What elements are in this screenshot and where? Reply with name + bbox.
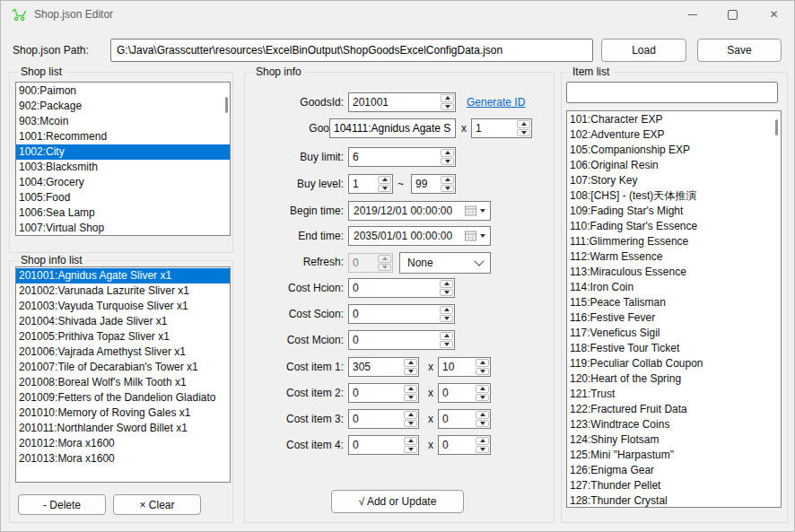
item-list-item[interactable]: 120:Heart of the Spring bbox=[567, 371, 781, 387]
goods-input[interactable] bbox=[329, 118, 456, 138]
delete-button[interactable]: - Delete bbox=[18, 494, 106, 515]
buy-level-min-spinner[interactable]: 1 bbox=[348, 174, 393, 194]
spinner-arrows-icon[interactable] bbox=[440, 148, 455, 166]
spinner-arrows-icon[interactable] bbox=[440, 175, 455, 193]
shop-info-list-item[interactable]: 201003:Vayuda Turquoise Sliver x1 bbox=[16, 299, 230, 314]
item-list-scrollbar[interactable] bbox=[775, 119, 778, 135]
calendar-icon bbox=[465, 231, 476, 241]
goods-count-spinner[interactable]: 1 bbox=[471, 118, 532, 138]
shop-info-list-item[interactable]: 201002:Varunada Lazurite Sliver x1 bbox=[16, 283, 230, 299]
spinner-arrows-icon[interactable] bbox=[439, 331, 454, 349]
item-list-item[interactable]: 126:Enigma Gear bbox=[567, 463, 781, 478]
cost-hcion-spinner[interactable]: 0 bbox=[348, 278, 455, 298]
cost-item-4-count-spinner[interactable]: 0 bbox=[438, 435, 491, 455]
shop-list-item[interactable]: 900:Paimon bbox=[16, 83, 230, 99]
spinner-arrows-icon[interactable] bbox=[439, 305, 454, 323]
shop-list-item[interactable]: 1007:Virtual Shop bbox=[16, 221, 230, 236]
goodsid-spinner[interactable]: 201001 bbox=[348, 92, 456, 112]
shop-info-list-item[interactable]: 201010:Memory of Roving Gales x1 bbox=[16, 406, 230, 421]
generate-id-link[interactable]: Generate ID bbox=[467, 92, 525, 112]
shop-list-item[interactable]: 903:Mcoin bbox=[16, 114, 230, 129]
item-list-item[interactable]: 101:Character EXP bbox=[567, 112, 781, 127]
cost-mcion-spinner[interactable]: 0 bbox=[348, 330, 455, 350]
shop-list-item[interactable]: 1005:Food bbox=[16, 190, 230, 205]
item-list-item[interactable]: 116:Festive Fever bbox=[567, 310, 781, 326]
shop-info-list-item[interactable]: 201007:Tile of Decarabian's Tower x1 bbox=[16, 360, 230, 375]
item-list-item[interactable]: 111:Glimmering Essence bbox=[567, 234, 781, 249]
cost-item-1-count-spinner[interactable]: 10 bbox=[438, 357, 491, 377]
cost-scion-spinner[interactable]: 0 bbox=[348, 304, 455, 324]
close-button[interactable]: ✕ bbox=[754, 0, 794, 29]
item-list-item[interactable]: 121:Trust bbox=[567, 387, 781, 402]
buy-level-max-spinner[interactable]: 99 bbox=[411, 174, 456, 194]
cost-item-3-id-spinner[interactable]: 0 bbox=[348, 409, 419, 429]
spinner-arrows-icon[interactable] bbox=[403, 384, 418, 402]
begin-time-picker[interactable]: 2019/12/01 00:00:00 bbox=[348, 201, 491, 221]
shop-info-list-item[interactable]: 201001:Agnidus Agate Sliver x1 bbox=[16, 268, 230, 283]
cost-item-3-count-spinner[interactable]: 0 bbox=[438, 409, 491, 429]
item-list-item[interactable]: 112:Warm Essence bbox=[567, 249, 781, 265]
spinner-arrows-icon[interactable] bbox=[403, 358, 418, 376]
item-list-item[interactable]: 106:Original Resin bbox=[567, 158, 781, 173]
end-time-picker[interactable]: 2035/01/01 00:00:00 bbox=[348, 226, 491, 246]
spinner-arrows-icon[interactable] bbox=[475, 410, 490, 428]
spinner-arrows-icon[interactable] bbox=[377, 175, 392, 193]
shop-list-item[interactable]: 902:Package bbox=[16, 99, 230, 114]
item-list-item[interactable]: 107:Story Key bbox=[567, 173, 781, 188]
maximize-button[interactable] bbox=[712, 0, 753, 29]
shop-list-scrollbar[interactable] bbox=[225, 97, 228, 113]
shop-info-list-item[interactable]: 201006:Vajrada Amethyst Sliver x1 bbox=[16, 344, 230, 360]
item-search-input[interactable] bbox=[566, 82, 778, 103]
item-list-item[interactable]: 127:Thunder Pellet bbox=[567, 478, 781, 493]
add-or-update-button[interactable]: √ Add or Update bbox=[331, 490, 464, 513]
item-list-item[interactable]: 114:Iron Coin bbox=[567, 280, 781, 295]
buy-limit-spinner[interactable]: 6 bbox=[348, 147, 456, 167]
load-button[interactable]: Load bbox=[601, 39, 686, 62]
cost-item-1-id-spinner[interactable]: 305 bbox=[348, 357, 419, 377]
cost-item-2-count-spinner[interactable]: 0 bbox=[438, 383, 491, 403]
item-list-item[interactable]: 128:Thunder Crystal bbox=[567, 493, 781, 508]
shop-info-list-item[interactable]: 201004:Shivada Jade Sliver x1 bbox=[16, 314, 230, 329]
item-list-item[interactable]: 124:Shiny Flotsam bbox=[567, 432, 781, 448]
item-list-item[interactable]: 118:Festive Tour Ticket bbox=[567, 341, 781, 356]
spinner-arrows-icon[interactable] bbox=[403, 410, 418, 428]
clear-button[interactable]: × Clear bbox=[113, 494, 201, 515]
shop-list-item[interactable]: 1002:City bbox=[16, 144, 230, 160]
shop-info-list-item[interactable]: 201008:Boreal Wolf's Milk Tooth x1 bbox=[16, 375, 230, 390]
shop-list-item[interactable]: 1001:Recommend bbox=[16, 129, 230, 144]
shop-info-list-item[interactable]: 201013:Mora x1600 bbox=[16, 451, 230, 467]
spinner-arrows-icon[interactable] bbox=[475, 436, 490, 454]
item-list-item[interactable]: 123:Windtrace Coins bbox=[567, 417, 781, 432]
cost-item-4-id-spinner[interactable]: 0 bbox=[348, 435, 419, 455]
spinner-arrows-icon[interactable] bbox=[439, 279, 454, 297]
refresh-mode-dropdown[interactable]: None bbox=[399, 252, 491, 274]
item-list-item[interactable]: 109:Fading Star's Might bbox=[567, 204, 781, 219]
item-list-item[interactable]: 113:Miraculous Essence bbox=[567, 265, 781, 280]
path-input[interactable] bbox=[110, 39, 593, 62]
shop-list-item[interactable]: 1004:Grocery bbox=[16, 175, 230, 190]
item-list-item[interactable]: 117:Veneficus Sigil bbox=[567, 326, 781, 341]
minimize-button[interactable] bbox=[672, 0, 712, 29]
shop-info-list-item[interactable]: 201009:Fetters of the Dandelion Gladiato bbox=[16, 390, 230, 406]
shop-info-list-item[interactable]: 201012:Mora x1600 bbox=[16, 436, 230, 451]
item-list-item[interactable]: 119:Peculiar Collab Coupon bbox=[567, 356, 781, 371]
item-list-item[interactable]: 108:[CHS] - (test)天体推演 bbox=[567, 188, 781, 204]
item-list-item[interactable]: 115:Peace Talisman bbox=[567, 295, 781, 310]
save-button[interactable]: Save bbox=[697, 39, 782, 62]
cost-item-2-id-spinner[interactable]: 0 bbox=[348, 383, 419, 403]
item-list-item[interactable]: 110:Fading Star's Essence bbox=[567, 219, 781, 234]
shop-info-list-item[interactable]: 201011:Northlander Sword Billet x1 bbox=[16, 421, 230, 436]
spinner-arrows-icon[interactable] bbox=[516, 119, 531, 137]
spinner-arrows-icon[interactable] bbox=[475, 358, 490, 376]
item-list-item[interactable]: 105:Companionship EXP bbox=[567, 143, 781, 158]
item-list-item[interactable]: 102:Adventure EXP bbox=[567, 127, 781, 143]
shop-list-item[interactable]: 1006:Sea Lamp bbox=[16, 205, 230, 221]
shop-info-list-item[interactable]: 201005:Prithiva Topaz Sliver x1 bbox=[16, 329, 230, 344]
buy-level-max-value: 99 bbox=[412, 175, 440, 193]
spinner-arrows-icon[interactable] bbox=[475, 384, 490, 402]
spinner-arrows-icon[interactable] bbox=[403, 436, 418, 454]
item-list-item[interactable]: 125:Mini "Harpastum" bbox=[567, 448, 781, 463]
shop-list-item[interactable]: 1003:Blacksmith bbox=[16, 160, 230, 175]
spinner-arrows-icon[interactable] bbox=[440, 93, 455, 111]
item-list-item[interactable]: 122:Fractured Fruit Data bbox=[567, 402, 781, 417]
